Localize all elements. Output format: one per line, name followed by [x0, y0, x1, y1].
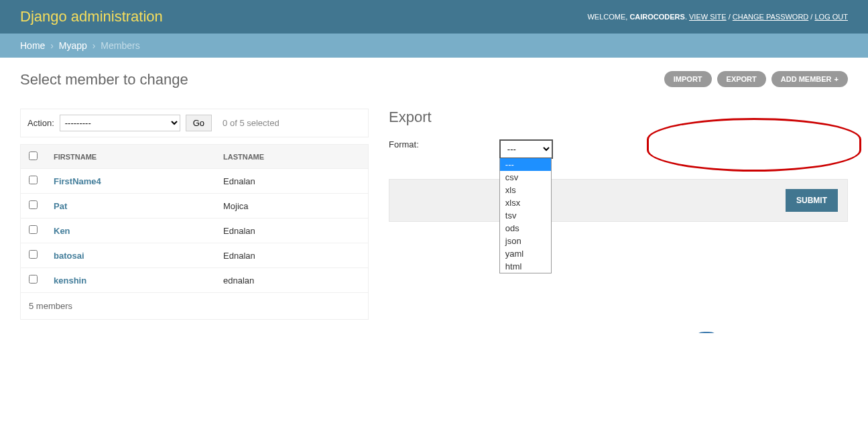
page-title: Select member to change [20, 71, 188, 88]
format-select[interactable]: --- [499, 139, 553, 159]
export-button[interactable]: EXPORT [717, 71, 766, 87]
action-label: Action: [27, 118, 54, 128]
format-option[interactable]: tsv [500, 209, 551, 222]
firstname-link[interactable]: FirstName4 [54, 176, 101, 186]
lastname-cell: ednalan [215, 268, 368, 293]
go-button[interactable]: Go [186, 115, 212, 131]
firstname-link[interactable]: Pat [54, 201, 67, 211]
change-password-link[interactable]: CHANGE PASSWORD [733, 13, 808, 21]
breadcrumb-current: Members [101, 40, 139, 51]
username: CAIROCODERS [629, 13, 685, 21]
python-text: python [733, 332, 821, 333]
format-option[interactable]: xls [500, 184, 551, 196]
row-checkbox[interactable] [29, 250, 38, 259]
table-row: kenshin ednalan [21, 268, 369, 293]
submit-row: SUBMIT [389, 179, 848, 222]
firstname-link[interactable]: kenshin [54, 275, 86, 286]
breadcrumb-app[interactable]: Myapp [59, 40, 87, 51]
add-member-label: ADD MEMBER [781, 75, 832, 83]
plus-icon: + [834, 75, 839, 83]
action-bar: Action: --------- Go 0 of 5 selected [20, 109, 369, 137]
breadcrumb-home[interactable]: Home [20, 40, 45, 51]
row-checkbox[interactable] [29, 225, 38, 234]
format-option[interactable]: ods [500, 222, 551, 235]
import-button[interactable]: IMPORT [664, 71, 712, 87]
python-icon [686, 329, 726, 333]
format-option[interactable]: --- [500, 158, 551, 171]
lastname-cell: Ednalan [215, 243, 368, 268]
format-option[interactable]: xlsx [500, 196, 551, 209]
firstname-link[interactable]: batosai [54, 251, 84, 261]
breadcrumb: Home › Myapp › Members [0, 34, 868, 58]
lastname-cell: Mojica [215, 194, 368, 219]
action-select[interactable]: --------- [60, 115, 180, 131]
table-row: Pat Mojica [21, 194, 369, 219]
row-checkbox[interactable] [29, 275, 38, 284]
table-row: FirstName4 Ednalan [21, 169, 369, 194]
header-firstname[interactable]: FIRSTNAME [46, 145, 215, 169]
header-lastname[interactable]: LASTNAME [215, 145, 368, 169]
results-table: FIRSTNAME LASTNAME FirstName4 Ednalan Pa… [20, 144, 369, 293]
format-dropdown: --- csv xls xlsx tsv ods json yaml html [499, 158, 552, 273]
add-member-button[interactable]: ADD MEMBER + [771, 71, 848, 87]
paginator: 5 members [20, 293, 369, 320]
welcome-text: WELCOME, [587, 13, 627, 21]
export-title: Export [389, 109, 848, 126]
table-row: batosai Ednalan [21, 243, 369, 268]
format-option[interactable]: json [500, 235, 551, 247]
table-row: Ken Ednalan [21, 219, 369, 243]
select-all-checkbox[interactable] [29, 151, 38, 160]
format-option[interactable]: yaml [500, 247, 551, 260]
header: Django administration WELCOME, CAIROCODE… [0, 0, 868, 34]
lastname-cell: Ednalan [215, 169, 368, 194]
logout-link[interactable]: LOG OUT [814, 13, 848, 21]
format-option[interactable]: html [500, 260, 551, 273]
row-checkbox[interactable] [29, 176, 38, 184]
format-option[interactable]: csv [500, 171, 551, 184]
firstname-link[interactable]: Ken [54, 226, 70, 236]
row-checkbox[interactable] [29, 200, 38, 209]
brand-title: Django administration [20, 8, 163, 25]
format-label: Format: [389, 139, 419, 149]
user-links: WELCOME, CAIROCODERS. VIEW SITE / CHANGE… [587, 13, 848, 21]
python-logo: python ™ [686, 329, 834, 333]
selection-count: 0 of 5 selected [223, 118, 280, 128]
object-tools: IMPORT EXPORT ADD MEMBER + [664, 71, 848, 87]
submit-button[interactable]: SUBMIT [786, 189, 838, 212]
lastname-cell: Ednalan [215, 219, 368, 243]
view-site-link[interactable]: VIEW SITE [689, 13, 727, 21]
